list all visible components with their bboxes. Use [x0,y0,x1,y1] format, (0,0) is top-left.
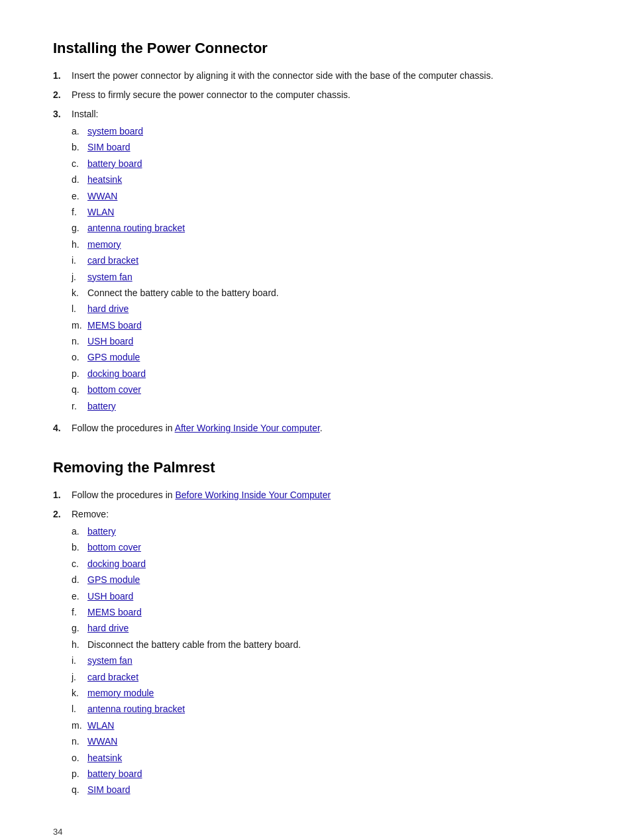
link-rem-card-bracket[interactable]: card bracket [87,672,138,682]
sub-label-k2: k. [72,686,87,700]
step-4-text: Follow the procedures in After Working I… [72,421,579,435]
link-bottom-cover[interactable]: bottom cover [87,384,141,395]
page-content: Installing the Power Connector 1. Insert… [53,40,579,837]
step-3-content: Install: a.system board b.SIM board c.ba… [72,107,579,416]
rem-sub-p: battery board [87,766,142,781]
step-3-num: 3. [53,107,72,416]
link-mems-board[interactable]: MEMS board [87,320,142,331]
sub-label-m: m. [72,318,87,333]
section-removing-palmrest: Removing the Palmrest 1. Follow the proc… [53,459,579,800]
link-wwan[interactable]: WWAN [87,191,117,201]
section-title-installing: Installing the Power Connector [53,40,579,57]
link-heatsink[interactable]: heatsink [87,174,122,185]
removing-steps-list: 1. Follow the procedures in Before Worki… [53,488,579,800]
sub-item-q: bottom cover [87,382,141,397]
list-item: p.docking board [72,366,579,381]
link-antenna-routing-bracket[interactable]: antenna routing bracket [87,223,185,233]
link-rem-wwan[interactable]: WWAN [87,736,117,747]
rem-sub-q: SIM board [87,782,131,797]
list-item: b.bottom cover [72,540,579,554]
sub-label-c2: c. [72,556,87,571]
link-rem-mems-board[interactable]: MEMS board [87,607,142,617]
link-memory[interactable]: memory [87,239,121,250]
list-item: q.bottom cover [72,382,579,397]
section-title-removing: Removing the Palmrest [53,459,579,476]
link-sim-board[interactable]: SIM board [87,142,131,152]
list-item: p.battery board [72,766,579,781]
install-sublist: a.system board b.SIM board c.battery boa… [72,124,579,413]
list-item: n.WWAN [72,734,579,749]
link-system-board[interactable]: system board [87,126,143,136]
list-item: f.WLAN [72,205,579,219]
list-item: e.USH board [72,589,579,604]
rem-sub-c: docking board [87,556,146,571]
link-battery-board[interactable]: battery board [87,158,142,169]
sub-label-j: j. [72,270,87,284]
link-rem-battery[interactable]: battery [87,526,116,537]
link-rem-wlan[interactable]: WLAN [87,720,114,731]
link-rem-battery-board[interactable]: battery board [87,768,142,779]
sub-label-l2: l. [72,702,87,716]
step-2-num: 2. [53,88,72,102]
list-item: q.SIM board [72,782,579,797]
step-2: 2. Press to firmly secure the power conn… [53,88,579,102]
link-after-working[interactable]: After Working Inside Your computer [175,423,320,433]
sub-label-q2: q. [72,782,87,797]
list-item: r.battery [72,399,579,413]
link-battery[interactable]: battery [87,401,116,411]
list-item: m.WLAN [72,718,579,733]
sub-label-c: c. [72,156,87,171]
remove-step-1: 1. Follow the procedures in Before Worki… [53,488,579,502]
step-2-text: Press to firmly secure the power connect… [72,88,579,102]
sub-item-j: system fan [87,270,132,284]
list-item: b.SIM board [72,140,579,154]
sub-item-r: battery [87,399,116,413]
link-wlan[interactable]: WLAN [87,207,114,217]
list-item: f.MEMS board [72,605,579,619]
remove-step-2-num: 2. [53,507,72,800]
sub-item-c: battery board [87,156,142,171]
page-number: 34 [53,827,579,837]
link-rem-hard-drive[interactable]: hard drive [87,623,129,633]
link-rem-memory-module[interactable]: memory module [87,688,154,698]
installing-steps-list: 1. Insert the power connector by alignin… [53,69,579,435]
list-item: j.system fan [72,270,579,284]
link-rem-system-fan[interactable]: system fan [87,655,132,666]
list-item: d.heatsink [72,172,579,187]
link-docking-board[interactable]: docking board [87,368,146,379]
link-before-working[interactable]: Before Working Inside Your Computer [175,490,331,500]
sub-label-f2: f. [72,605,87,619]
sub-label-p: p. [72,366,87,381]
remove-step-2-content: Remove: a.battery b.bottom cover c.docki… [72,507,579,800]
rem-sub-e: USH board [87,589,133,604]
rem-sub-m: WLAN [87,718,114,733]
link-system-fan[interactable]: system fan [87,272,132,282]
sub-label-h: h. [72,237,87,252]
sub-label-e2: e. [72,589,87,604]
sub-item-d: heatsink [87,172,122,187]
list-item: e.WWAN [72,189,579,203]
rem-sub-l: antenna routing bracket [87,702,185,716]
link-rem-antenna-routing-bracket[interactable]: antenna routing bracket [87,704,185,714]
sub-label-k: k. [72,286,87,300]
sub-label-j2: j. [72,670,87,684]
link-rem-sim-board[interactable]: SIM board [87,784,131,795]
link-rem-gps-module[interactable]: GPS module [87,574,140,585]
remove-sublist: a.battery b.bottom cover c.docking board… [72,524,579,798]
sub-label-a: a. [72,124,87,138]
link-gps-module[interactable]: GPS module [87,352,140,362]
list-item: c.docking board [72,556,579,571]
link-card-bracket[interactable]: card bracket [87,255,138,266]
link-rem-heatsink[interactable]: heatsink [87,753,122,763]
link-ush-board[interactable]: USH board [87,336,133,346]
link-rem-bottom-cover[interactable]: bottom cover [87,542,141,552]
link-rem-docking-board[interactable]: docking board [87,558,146,569]
sub-label-d2: d. [72,572,87,587]
sub-label-g: g. [72,221,87,235]
list-item: g.hard drive [72,621,579,635]
list-item: j.card bracket [72,670,579,684]
link-hard-drive[interactable]: hard drive [87,303,129,314]
remove-step-1-num: 1. [53,488,72,502]
step-4: 4. Follow the procedures in After Workin… [53,421,579,435]
link-rem-ush-board[interactable]: USH board [87,591,133,602]
